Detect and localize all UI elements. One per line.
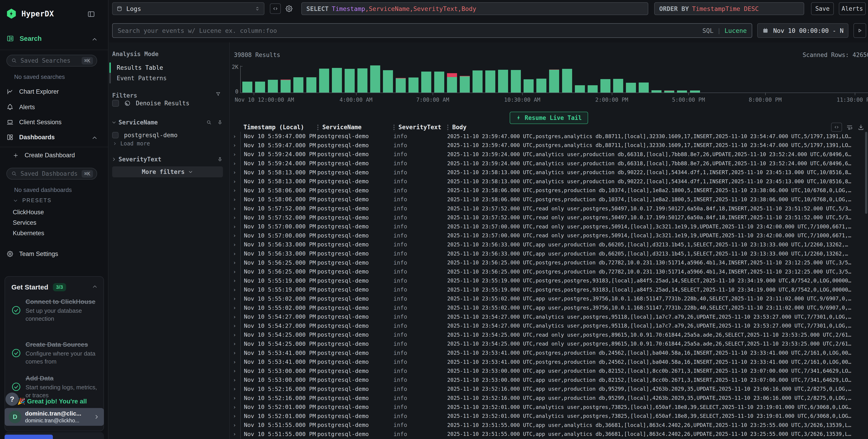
- table-row[interactable]: ›Nov 10 5:54:27.000 PMpostgresql-demoinf…: [230, 312, 868, 321]
- table-row[interactable]: ›Nov 10 5:57:52.000 PMpostgresql-demoinf…: [230, 204, 868, 213]
- user-profile[interactable]: D dominic.tran@clic... dominic.tran@clic…: [5, 408, 104, 426]
- get-started-item[interactable]: Add Data Start sending logs, metrics, or…: [11, 374, 99, 399]
- table-row[interactable]: ›Nov 10 5:57:00.000 PMpostgresql-demoinf…: [230, 222, 868, 231]
- table-row[interactable]: ›Nov 10 5:53:00.000 PMpostgresql-demoinf…: [230, 366, 868, 375]
- table-row[interactable]: ›Nov 10 5:59:24.000 PMpostgresql-demoinf…: [230, 159, 868, 168]
- preset-item-services[interactable]: Services: [13, 219, 36, 226]
- sidebar-item-dashboards[interactable]: Dashboards: [6, 133, 55, 141]
- column-resize-handle[interactable]: [317, 124, 319, 131]
- table-row[interactable]: ›Nov 10 5:54:25.000 PMpostgresql-demoinf…: [230, 339, 868, 348]
- sidebar-item-team-settings[interactable]: Team Settings: [6, 250, 58, 257]
- table-row[interactable]: ›Nov 10 5:55:19.000 PMpostgresql-demoinf…: [230, 285, 868, 294]
- table-row[interactable]: ›Nov 10 5:54:25.000 PMpostgresql-demoinf…: [230, 330, 868, 339]
- table-row[interactable]: ›Nov 10 5:55:02.000 PMpostgresql-demoinf…: [230, 294, 868, 303]
- table-row[interactable]: ›Nov 10 5:52:01.000 PMpostgresql-demoinf…: [230, 403, 868, 412]
- row-expand-chevron-icon[interactable]: ›: [230, 314, 240, 320]
- sidebar-item-alerts[interactable]: Alerts: [6, 103, 35, 111]
- row-expand-chevron-icon[interactable]: ›: [230, 305, 240, 311]
- row-expand-chevron-icon[interactable]: ›: [230, 151, 240, 157]
- table-row[interactable]: ›Nov 10 5:53:41.000 PMpostgresql-demoinf…: [230, 348, 868, 357]
- bottom-banner[interactable]: [5, 435, 53, 439]
- scrollbar-thumb[interactable]: [865, 132, 867, 214]
- table-row[interactable]: ›Nov 10 5:58:06.000 PMpostgresql-demoinf…: [230, 186, 868, 195]
- run-query-button[interactable]: [854, 23, 866, 38]
- table-row[interactable]: ›Nov 10 5:55:19.000 PMpostgresql-demoinf…: [230, 276, 868, 285]
- wrap-text-icon[interactable]: [846, 124, 853, 131]
- column-header-servicename[interactable]: ServiceName: [319, 124, 394, 131]
- denoise-filter[interactable]: Denoise Results: [112, 100, 189, 107]
- row-expand-chevron-icon[interactable]: ›: [230, 251, 240, 257]
- row-expand-chevron-icon[interactable]: ›: [230, 215, 240, 220]
- row-expand-chevron-icon[interactable]: ›: [230, 404, 240, 410]
- source-code-button[interactable]: [270, 3, 281, 14]
- create-dashboard-button[interactable]: Create Dashboard: [13, 152, 75, 159]
- row-expand-chevron-icon[interactable]: ›: [230, 323, 240, 329]
- lang-lucene[interactable]: Lucene: [724, 27, 747, 34]
- column-resize-handle[interactable]: [447, 124, 450, 131]
- table-row[interactable]: ›Nov 10 5:57:00.000 PMpostgresql-demoinf…: [230, 231, 868, 240]
- get-started-item[interactable]: Create Data Sources Configure where your…: [11, 341, 99, 365]
- denoise-checkbox[interactable]: [112, 100, 119, 107]
- table-row[interactable]: ›Nov 10 5:56:33.000 PMpostgresql-demoinf…: [230, 249, 868, 258]
- row-expand-chevron-icon[interactable]: ›: [230, 169, 240, 175]
- table-row[interactable]: ›Nov 10 5:56:25.000 PMpostgresql-demoinf…: [230, 258, 868, 267]
- filter-option-postgresql-demo[interactable]: postgresql-demo: [112, 132, 178, 138]
- table-row[interactable]: ›Nov 10 5:56:25.000 PMpostgresql-demoinf…: [230, 267, 868, 276]
- row-expand-chevron-icon[interactable]: ›: [230, 278, 240, 284]
- saved-dashboards-input[interactable]: Saved Dashboards ⌘K: [6, 168, 97, 180]
- row-expand-chevron-icon[interactable]: ›: [230, 260, 240, 265]
- row-expand-chevron-icon[interactable]: ›: [230, 377, 240, 383]
- search-section-chevron-up-icon[interactable]: [91, 36, 98, 43]
- mode-results-table[interactable]: Results Table: [110, 62, 163, 73]
- column-header-timestamp[interactable]: Timestamp (Local): [240, 124, 317, 131]
- table-row[interactable]: ›Nov 10 5:59:47.000 PMpostgresql-demoinf…: [230, 141, 868, 150]
- table-row[interactable]: ›Nov 10 5:52:16.000 PMpostgresql-demoinf…: [230, 394, 868, 403]
- row-expand-chevron-icon[interactable]: ›: [230, 269, 240, 275]
- table-row[interactable]: ›Nov 10 5:52:01.000 PMpostgresql-demoinf…: [230, 411, 868, 420]
- column-header-severitytext[interactable]: SeverityText: [396, 124, 447, 131]
- download-icon[interactable]: [858, 124, 864, 131]
- sidebar-item-chart-explorer[interactable]: Chart Explorer: [6, 88, 59, 95]
- get-started-collapse-icon[interactable]: [92, 284, 98, 290]
- row-expand-chevron-icon[interactable]: ›: [230, 332, 240, 338]
- row-expand-chevron-icon[interactable]: ›: [230, 287, 240, 293]
- query-language-toggle[interactable]: SQL | Lucene: [702, 27, 747, 34]
- alerts-button[interactable]: Alerts: [839, 2, 866, 15]
- saved-searches-input[interactable]: Saved Searches ⌘K: [6, 55, 97, 67]
- table-row[interactable]: ›Nov 10 5:54:27.000 PMpostgresql-demoinf…: [230, 321, 868, 330]
- row-expand-chevron-icon[interactable]: ›: [230, 142, 240, 148]
- row-expand-chevron-icon[interactable]: ›: [230, 413, 240, 419]
- table-scrollbar[interactable]: [865, 132, 867, 438]
- select-columns-input[interactable]: SELECT Timestamp ,ServiceName,SeverityTe…: [301, 2, 648, 15]
- table-row[interactable]: ›Nov 10 5:59:47.000 PMpostgresql-demoinf…: [230, 132, 868, 141]
- row-expand-chevron-icon[interactable]: ›: [230, 422, 240, 428]
- row-expand-chevron-icon[interactable]: ›: [230, 431, 240, 437]
- source-settings-gear-icon[interactable]: [285, 5, 293, 13]
- pin-icon[interactable]: [217, 120, 223, 125]
- search-icon[interactable]: [206, 120, 212, 125]
- row-expand-chevron-icon[interactable]: ›: [230, 341, 240, 347]
- table-sql-view-button[interactable]: [831, 123, 842, 132]
- mode-event-patterns[interactable]: Event Patterns: [110, 73, 167, 84]
- lang-sql[interactable]: SQL: [702, 27, 713, 34]
- preset-item-clickhouse[interactable]: ClickHouse: [13, 209, 44, 216]
- row-expand-chevron-icon[interactable]: ›: [230, 232, 240, 239]
- dashboards-chevron-up-icon[interactable]: [91, 134, 98, 141]
- row-expand-chevron-icon[interactable]: ›: [230, 179, 240, 184]
- row-expand-chevron-icon[interactable]: ›: [230, 224, 240, 229]
- column-header-body[interactable]: Body: [450, 124, 467, 131]
- sidebar-item-client-sessions[interactable]: Client Sessions: [6, 119, 62, 126]
- table-row[interactable]: ›Nov 10 5:51:55.000 PMpostgresql-demoinf…: [230, 430, 868, 439]
- sidebar-collapse-icon[interactable]: [87, 10, 95, 18]
- get-started-item[interactable]: Connect to ClickHouse Set up your databa…: [11, 298, 99, 322]
- pin-icon[interactable]: [217, 156, 223, 162]
- row-expand-chevron-icon[interactable]: ›: [230, 242, 240, 248]
- preset-item-kubernetes[interactable]: Kubernetes: [13, 230, 44, 237]
- filter-group-servicename[interactable]: ServiceName: [111, 119, 223, 126]
- orderby-input[interactable]: ORDER BY TimestampTime DESC: [654, 2, 804, 15]
- table-row[interactable]: ›Nov 10 5:59:24.000 PMpostgresql-demoinf…: [230, 150, 868, 159]
- row-expand-chevron-icon[interactable]: ›: [230, 386, 240, 392]
- save-button[interactable]: Save: [811, 2, 834, 15]
- table-row[interactable]: ›Nov 10 5:58:13.000 PMpostgresql-demoinf…: [230, 168, 868, 177]
- source-select[interactable]: Logs: [112, 2, 265, 15]
